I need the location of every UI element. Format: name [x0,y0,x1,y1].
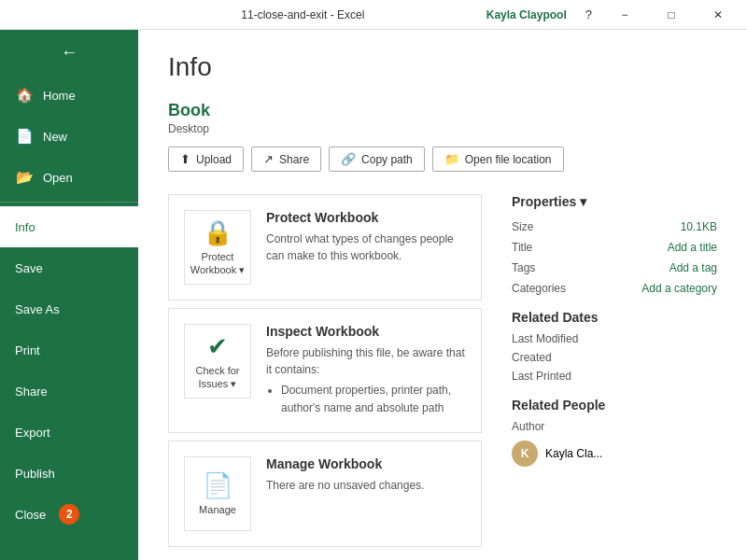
props-row-categories: Categories Add a category [512,282,717,295]
titlebar: 11-close-and-exit - Excel Kayla Claypool… [0,0,747,30]
titlebar-title: 11-close-and-exit - Excel [120,8,486,21]
upload-label: Upload [196,153,232,166]
manage-workbook-icon-box[interactable]: 📄 Manage [184,456,251,531]
open-location-label: Open file location [465,153,552,166]
protect-workbook-desc: Control what types of changes people can… [266,231,466,264]
sidebar-item-info[interactable]: Info [0,206,138,247]
props-value-size[interactable]: 10.1KB [681,220,717,233]
action-buttons: ⬆ Upload ↗ Share 🔗 Copy path 📁 Open file… [168,147,717,172]
sidebar-label-save: Save [15,261,43,275]
manage-workbook-desc: There are no unsaved changes. [266,477,424,494]
inspect-workbook-content: Inspect Workbook Before publishing this … [266,324,466,417]
document-icon: 📄 [203,471,233,500]
sidebar-item-share[interactable]: Share [0,371,138,412]
inspect-workbook-icon-label: Check forIssues ▾ [195,365,239,389]
dates-created: Created [512,351,717,364]
open-icon: 📂 [15,169,34,186]
manage-workbook-icon-label: Manage [199,504,236,516]
avatar: K [512,441,538,467]
sidebar-item-home[interactable]: 🏠 Home [0,75,138,116]
back-button[interactable]: ← [0,30,138,75]
help-button[interactable]: ? [578,7,599,21]
copy-path-label: Copy path [361,153,413,166]
properties-title: Properties ▾ [512,194,717,209]
props-value-categories[interactable]: Add a category [641,282,717,295]
share-icon: ↗ [263,152,274,166]
share-button[interactable]: ↗ Share [251,147,321,172]
restore-button[interactable]: □ [650,0,693,30]
sidebar-label-export: Export [15,426,50,440]
upload-button[interactable]: ⬆ Upload [168,147,244,172]
inspect-list-item: Document properties, printer path, autho… [281,382,466,417]
sidebar-item-open[interactable]: 📂 Open [0,157,138,198]
sidebar-label-new: New [43,130,67,144]
home-icon: 🏠 [15,87,34,104]
props-row-tags: Tags Add a tag [512,261,717,274]
related-people-title: Related People [512,398,717,413]
new-icon: 📄 [15,128,34,145]
props-row-title: Title Add a title [512,241,717,254]
close-badge: 2 [59,504,79,525]
sidebar-label-publish: Publish [15,467,55,481]
copy-path-button[interactable]: 🔗 Copy path [329,147,425,172]
props-row-size: Size 10.1KB [512,220,717,233]
inspect-workbook-list: Document properties, printer path, autho… [266,382,466,417]
share-label: Share [279,153,309,166]
manage-workbook-title: Manage Workbook [266,456,424,471]
props-label-title: Title [512,241,532,254]
sidebar-label-save-as: Save As [15,302,60,316]
props-value-title[interactable]: Add a title [668,241,717,254]
sidebar-label-info: Info [15,220,35,234]
manage-workbook-card: 📄 Manage Manage Workbook There are no un… [168,441,482,547]
copy-path-icon: 🔗 [341,152,356,166]
sidebar-item-close[interactable]: Close 2 [0,494,138,535]
protect-workbook-icon-label: ProtectWorkbook ▾ [190,251,245,275]
back-icon: ← [61,43,78,63]
close-window-button[interactable]: ✕ [697,0,740,30]
properties-chevron-icon: ▾ [580,194,586,209]
author-row: K Kayla Cla... [512,441,717,467]
lock-icon: 🔒 [203,218,233,247]
inspect-workbook-card: ✔ Check forIssues ▾ Inspect Workbook Bef… [168,308,482,433]
open-location-button[interactable]: 📁 Open file location [432,147,564,172]
sidebar-item-save[interactable]: Save [0,247,138,288]
sidebar-label-open: Open [43,171,73,185]
protect-workbook-icon-box[interactable]: 🔒 ProtectWorkbook ▾ [184,210,251,285]
props-label-size: Size [512,220,533,233]
book-title: Book [168,101,717,120]
app-body: ← 🏠 Home 📄 New 📂 Open Info Save Save As … [0,30,747,560]
sidebar-item-print[interactable]: Print [0,329,138,371]
sidebar-label-share: Share [15,385,48,399]
open-location-icon: 📁 [444,152,459,166]
inspect-workbook-title: Inspect Workbook [266,324,466,339]
inspect-workbook-desc: Before publishing this file, be aware th… [266,344,466,378]
author-name: Kayla Cla... [545,447,602,460]
props-label-tags: Tags [512,261,535,274]
sidebar-label-print: Print [15,343,40,357]
main-content: Info Book Desktop ⬆ Upload ↗ Share 🔗 Cop… [138,30,747,560]
sidebar: ← 🏠 Home 📄 New 📂 Open Info Save Save As … [0,30,138,560]
titlebar-user: Kayla Claypool [486,8,567,21]
sidebar-item-new[interactable]: 📄 New [0,116,138,157]
manage-workbook-content: Manage Workbook There are no unsaved cha… [266,456,424,494]
inspect-workbook-icon-box[interactable]: ✔ Check forIssues ▾ [184,324,251,399]
page-title: Info [168,52,717,82]
minimize-button[interactable]: − [603,0,646,30]
sidebar-item-save-as[interactable]: Save As [0,288,138,329]
sidebar-item-publish[interactable]: Publish [0,453,138,494]
sidebar-label-home: Home [43,89,76,103]
protect-workbook-content: Protect Workbook Control what types of c… [266,210,466,264]
sidebar-item-export[interactable]: Export [0,412,138,453]
info-row: 🔒 ProtectWorkbook ▾ Protect Workbook Con… [168,194,717,554]
related-dates-title: Related Dates [512,310,717,325]
props-value-tags[interactable]: Add a tag [669,261,717,274]
book-location: Desktop [168,122,717,135]
book-section: Book Desktop ⬆ Upload ↗ Share 🔗 Copy pat… [168,101,717,172]
check-icon: ✔ [207,332,228,361]
upload-icon: ⬆ [180,152,190,166]
properties-panel: Properties ▾ Size 10.1KB Title Add a tit… [512,194,717,554]
info-left: 🔒 ProtectWorkbook ▾ Protect Workbook Con… [168,194,482,554]
author-label: Author [512,420,717,433]
dates-last-modified: Last Modified [512,332,717,345]
dates-last-printed: Last Printed [512,370,717,383]
